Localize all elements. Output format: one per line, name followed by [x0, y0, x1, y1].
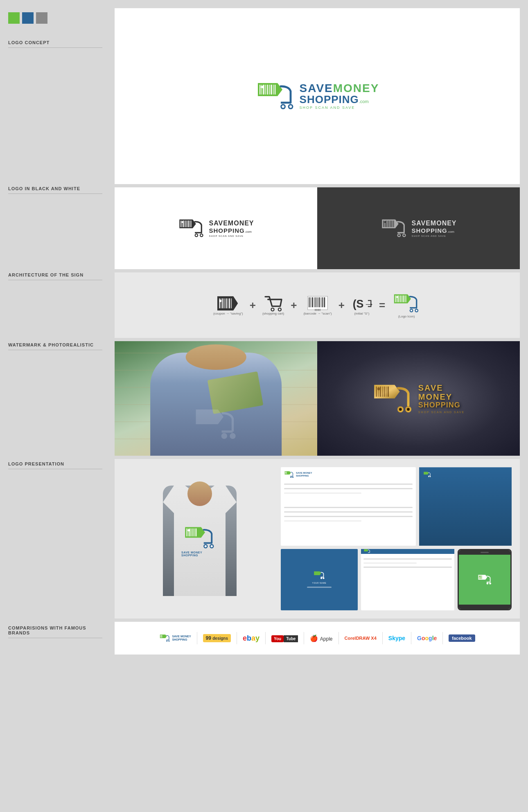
logo-main: SAVE MONEY SHOPPING .com SHOP SCAN AND S… — [255, 80, 379, 112]
svg-rect-71 — [322, 297, 323, 307]
presentation-section: SAVE MONEY SHOPPING — [115, 459, 520, 619]
divider-1 — [197, 632, 197, 644]
svg-point-15 — [289, 105, 291, 108]
svg-rect-143 — [478, 576, 479, 579]
svg-point-47 — [404, 234, 405, 236]
svg-point-85 — [396, 296, 398, 298]
svg-marker-91 — [196, 409, 223, 424]
brand-own: SAVE MONEY SHOPPING — [159, 634, 191, 643]
stationery-top: SAVE MONEY SHOPPING — [281, 467, 512, 546]
color-swatches — [8, 12, 102, 24]
brand-own-text: SAVE MONEY SHOPPING — [172, 635, 191, 641]
logo-bw-light: SAVE MONEY SHOPPING .com SHOP SCAN AND S… — [178, 217, 254, 239]
svg-rect-70 — [321, 297, 321, 307]
svg-rect-19 — [183, 220, 184, 227]
svg-rect-33 — [383, 220, 384, 227]
arch-cart-icon — [263, 295, 284, 312]
letterhead-logo: SAVE MONEY SHOPPING — [284, 470, 413, 479]
svg-point-61 — [279, 308, 281, 310]
phone-logo-icon — [478, 574, 492, 586]
letter2-line-3 — [363, 567, 452, 568]
svg-rect-101 — [386, 387, 386, 397]
svg-point-139 — [323, 578, 324, 579]
svg-rect-37 — [388, 220, 389, 227]
svg-point-13 — [282, 105, 284, 108]
card-icon — [314, 570, 325, 580]
divider-2 — [237, 632, 237, 644]
arch-barcode-label: (barcode → "scan") — [303, 312, 332, 315]
photo-bg — [115, 341, 317, 456]
card-name: YOUR NAME — [312, 582, 327, 584]
threed-logo: SAVE MONEY SHOPPING SHOP SCAN AND SAVE — [372, 380, 465, 417]
svg-rect-68 — [317, 297, 318, 307]
sidebar-section-watermark: WATERMARK & PHOTOREALISTIC — [8, 342, 102, 350]
svg-text:|||||||||||: ||||||||||| — [315, 308, 321, 310]
svg-text:(S→: (S→ — [353, 297, 372, 310]
svg-rect-155 — [162, 635, 162, 638]
business-card: YOUR NAME — [281, 549, 358, 610]
brand-google-logo: Google — [417, 635, 437, 641]
sidebar-label-watermark: WATERMARK & PHOTOREALISTIC — [8, 342, 102, 350]
dark-save: SAVE — [411, 220, 430, 227]
svg-point-134 — [429, 476, 430, 477]
letter-line-6 — [284, 516, 413, 517]
svg-point-117 — [187, 529, 190, 531]
photo-content — [115, 341, 317, 456]
arch-plus-1: + — [250, 299, 256, 312]
svg-rect-65 — [312, 297, 313, 307]
svg-point-131 — [292, 477, 293, 478]
svg-point-138 — [320, 578, 322, 579]
logo-icon — [255, 80, 296, 112]
svg-rect-98 — [379, 387, 381, 397]
svg-rect-6 — [269, 85, 270, 94]
architecture-row: (coupon → "saving") + (shopping cart) + — [213, 292, 421, 318]
svg-rect-113 — [191, 528, 192, 536]
arch-cart-label: (shopping cart) — [262, 312, 284, 315]
arch-result-label: (Logo Icon) — [398, 315, 415, 318]
brand-skype-logo: Skype — [388, 635, 405, 641]
svg-rect-126 — [286, 472, 287, 474]
svg-point-106 — [399, 408, 402, 411]
svg-point-42 — [384, 221, 386, 223]
sidebar-label-presentation: LOGO PRESENTATION — [8, 461, 102, 469]
brand-own-icon — [159, 634, 171, 643]
svg-rect-67 — [316, 297, 316, 307]
brand-corel-logo: CorelDRAW X4 — [345, 636, 377, 641]
arch-cart: (shopping cart) — [262, 295, 284, 315]
svg-rect-102 — [387, 387, 388, 397]
sidebar-section-logo-concept: LOGO CONCEPT — [8, 40, 102, 48]
bw-save: SAVE — [209, 220, 228, 227]
person-head — [185, 344, 246, 370]
svg-point-159 — [167, 641, 168, 642]
phone-bottom — [459, 605, 510, 609]
svg-rect-83 — [404, 295, 405, 302]
bw-money: MONEY — [228, 220, 254, 227]
svg-rect-17 — [181, 220, 181, 227]
svg-point-29 — [196, 234, 197, 236]
divider-4 — [304, 632, 304, 644]
svg-rect-53 — [226, 298, 227, 308]
arch-plus-3: + — [338, 299, 345, 312]
sidebar-section-presentation: LOGO PRESENTATION — [8, 461, 102, 469]
arch-barcode-icon: ||||||||||| — [307, 295, 328, 312]
svg-marker-48 — [217, 296, 238, 310]
svg-rect-9 — [274, 85, 275, 94]
envelope-logo — [423, 471, 431, 479]
brand-facebook-logo: facebook — [449, 634, 475, 642]
svg-point-45 — [398, 234, 400, 236]
dark-money: MONEY — [431, 220, 457, 227]
threed-icon — [372, 380, 413, 417]
watermark-3d-area: SAVE MONEY SHOPPING SHOP SCAN AND SAVE — [317, 341, 520, 456]
svg-rect-1 — [259, 85, 260, 94]
bw-com: .com — [245, 230, 252, 234]
logo-com-text: .com — [359, 99, 369, 104]
stationery-bottom: YOUR NAME — [281, 549, 512, 610]
letter-line-1 — [284, 484, 413, 485]
swatch-blue — [22, 12, 34, 24]
logo-bw-dark-logo: SAVE MONEY SHOPPING .com SHOP SCAN AND S… — [380, 217, 456, 239]
letter2-line-1 — [363, 558, 452, 560]
arch-tag-label: (coupon → "saving") — [213, 312, 243, 315]
svg-point-122 — [211, 545, 213, 547]
logo-shopping-text: SHOPPING — [300, 94, 359, 105]
logo-bw-section: SAVE MONEY SHOPPING .com SHOP SCAN AND S… — [115, 187, 520, 269]
